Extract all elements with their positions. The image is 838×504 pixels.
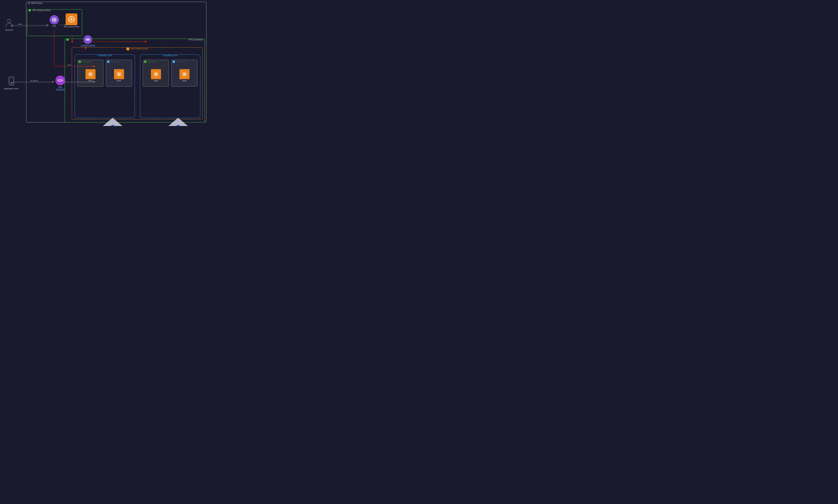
- public-subnet-2: 🔒 Public subnet: [143, 60, 169, 87]
- nlb-icon: [50, 15, 59, 24]
- node-1-label: Node: [85, 80, 95, 82]
- eks-cp-label: EKS Control Plane: [64, 26, 79, 28]
- vpc-customer-green-dot: ☁: [66, 38, 69, 41]
- node-3-container: Node: [151, 69, 161, 82]
- vpc-customer-label: VPC (Customer): [188, 39, 203, 41]
- node-1-container: Node: [85, 69, 95, 82]
- aws-cloud-text: AWS Cloud: [31, 2, 42, 4]
- pod-hex-2a: 📦: [174, 125, 182, 126]
- public-subnet-2-icon: 🔒: [144, 60, 146, 63]
- vpc-eks-green-dot: ☁: [29, 8, 31, 12]
- public-subnet-2-header: 🔒 Public subnet: [143, 60, 169, 64]
- operator-icon: [5, 18, 14, 28]
- pod-house-2: 📦 pod 📦 pod 📦 pod: [167, 117, 190, 126]
- az-box-2: Availability Zone 🔒 Public subnet: [140, 54, 200, 118]
- cpu-icon-2: [116, 71, 122, 77]
- elb-label: ELB (IPv4/IPv6): [55, 86, 65, 91]
- node-2-icon: [114, 69, 124, 79]
- ipv4-red-label: IPv4: [67, 64, 72, 67]
- green-dot-icon: ☁: [29, 9, 31, 12]
- cpu-icon-1: [87, 71, 93, 77]
- private-subnet-2-header: 🔒 Private subnet: [172, 60, 197, 64]
- operator-container: Operators: [5, 18, 14, 31]
- pod-row-1-top: 📦 pod: [109, 125, 116, 126]
- diagram: AWS Cloud ☁ VPC (Amazon EKS) ☁ VPC (Cust…: [0, 0, 209, 126]
- private-subnet-2-label: Private subnet: [175, 61, 186, 63]
- vpc-customer-dot-icon: ☁: [66, 38, 69, 41]
- eks-cp-icon: [66, 14, 77, 25]
- pod-hex-1a: 📦: [109, 125, 116, 126]
- svg-line-81: [72, 20, 74, 22]
- vpc-eks-label: VPC (Amazon EKS): [32, 9, 50, 12]
- svg-rect-33: [155, 73, 157, 75]
- svg-rect-95: [10, 78, 13, 84]
- public-subnet-1-label: Public subnet: [82, 61, 91, 63]
- cpu-icon-3: [153, 71, 159, 77]
- auto-scaling-icon: ⇔: [126, 47, 129, 50]
- app-users-container: Application Users: [4, 76, 19, 90]
- pod-1a: 📦 pod: [109, 125, 116, 126]
- svg-point-75: [71, 18, 72, 20]
- az1-label: Availability Zone: [98, 54, 112, 57]
- az-box-1: Availability Zone 🔒 Public subnet: [74, 54, 135, 118]
- xeni-icon: [84, 35, 92, 44]
- private-subnet-1-header: 🔒 Private subnet: [106, 60, 132, 64]
- vpc-customer-box: ☁ VPC (Customer) ⇔ Auto Scaling Group Av…: [65, 39, 205, 123]
- node-2-container: Node: [114, 69, 124, 82]
- node-4-label: Node: [179, 80, 190, 82]
- pods-1: 📦 pod 📦 pod 📦 pod: [105, 125, 121, 126]
- svg-line-82: [72, 17, 74, 18]
- nlb-container: NLB: [50, 15, 59, 27]
- node-2-label: Node: [114, 80, 124, 82]
- private-subnet-2-icon: 🔒: [173, 60, 175, 63]
- ipv4ipv6-arrow-label: IPv4/IPv6: [30, 80, 39, 82]
- cloud-icon: [28, 2, 30, 4]
- pod-row-2-top: 📦 pod: [174, 125, 182, 126]
- public-subnet-1-icon: 🔒: [78, 60, 81, 63]
- svg-line-80: [69, 17, 71, 18]
- private-subnet-1-label: Private subnet: [110, 61, 121, 63]
- svg-line-83: [69, 20, 71, 22]
- elb-symbol: [57, 77, 63, 83]
- node-4-container: Node: [179, 69, 190, 82]
- nlb-symbol: [52, 17, 57, 22]
- ipv4-arrow-label: IPv4: [18, 23, 22, 25]
- xeni-label: X-ENI (IPv4/IPv6): [81, 44, 95, 47]
- pod-house-1: 📦 pod 📦 pod 📦 pod: [101, 117, 124, 126]
- app-users-label: Application Users: [4, 88, 19, 90]
- eks-symbol: [68, 15, 75, 23]
- aws-cloud-label: AWS Cloud: [28, 2, 42, 4]
- auto-scaling-label: ⇔ Auto Scaling Group: [126, 47, 148, 50]
- public-subnet-1-header: 🔒 Public subnet: [77, 60, 103, 64]
- public-subnet-2-label: Public subnet: [147, 61, 157, 63]
- svg-point-90: [62, 80, 63, 81]
- private-subnet-2: 🔒 Private subnet: [171, 60, 197, 87]
- xeni-symbol: [85, 37, 90, 42]
- az2-label: Availability Zone: [163, 54, 177, 57]
- elb-icon: [55, 75, 65, 85]
- private-subnet-1: 🔒 Private subnet: [106, 60, 132, 87]
- private-subnet-1-icon: 🔒: [107, 60, 109, 63]
- svg-point-61: [7, 19, 11, 22]
- pods-2: 📦 pod 📦 pod 📦 pod: [170, 125, 186, 126]
- operator-label: Operators: [5, 29, 14, 31]
- eks-cp-container: EKS Control Plane: [64, 14, 79, 28]
- xeni-container: X-ENI (IPv4/IPv6): [81, 35, 95, 47]
- auto-scaling-group: ⇔ Auto Scaling Group Availability Zone 🔒…: [72, 47, 203, 120]
- svg-point-89: [58, 80, 59, 81]
- public-subnet-1: 🔒 Public subnet: [77, 60, 103, 87]
- cpu-icon-4: [181, 71, 188, 77]
- svg-rect-47: [183, 73, 186, 75]
- pod-2a: 📦 pod: [174, 125, 182, 126]
- node-1-icon: [85, 69, 95, 79]
- elb-container: ELB (IPv4/IPv6): [55, 75, 65, 91]
- svg-rect-18: [118, 73, 120, 75]
- svg-rect-4: [89, 73, 92, 75]
- node-3-label: Node: [151, 80, 161, 82]
- node-4-icon: [179, 69, 190, 79]
- node-3-icon: [151, 69, 161, 79]
- app-users-icon: [8, 76, 15, 86]
- nlb-label: NLB: [50, 25, 59, 27]
